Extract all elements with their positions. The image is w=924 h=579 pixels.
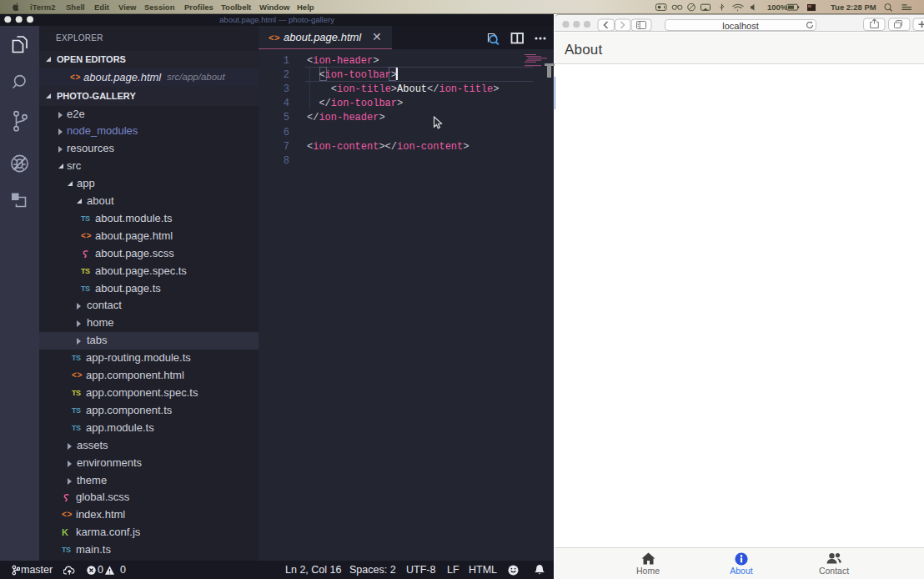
svg-text:100%: 100% <box>767 3 788 12</box>
svg-text:Tue 2:28 PM: Tue 2:28 PM <box>831 3 876 12</box>
